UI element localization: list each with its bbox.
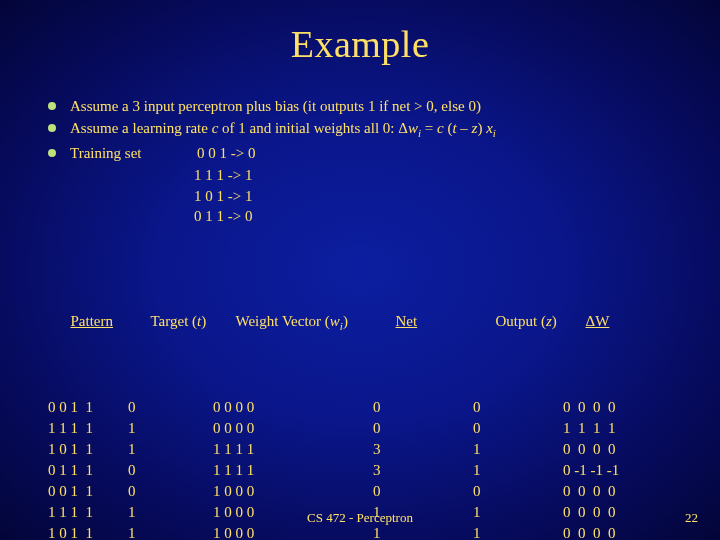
- cell-weight-vector: 0 0 0 0: [213, 418, 373, 439]
- cell-output: 1: [473, 460, 563, 481]
- cell-delta-w: 0 0 0 0: [563, 481, 616, 502]
- table-row: 0 0 1 100 0 0 0000 0 0 0: [48, 397, 720, 418]
- bullet-icon: [48, 102, 56, 110]
- col-header-delta-w: ΔW: [586, 311, 610, 332]
- cell-output: 1: [473, 439, 563, 460]
- table-row: 1 0 1 111 1 1 1310 0 0 0: [48, 439, 720, 460]
- text: ): [552, 311, 557, 332]
- table-header-row: PatternTarget (t)Weight Vector (wi)NetOu…: [48, 290, 720, 355]
- bullet-item: Assume a learning rate c of 1 and initia…: [48, 118, 690, 141]
- cell-target: 0: [128, 397, 213, 418]
- cell-pattern: 0 0 1 1: [48, 481, 128, 502]
- var-x: x: [486, 120, 493, 136]
- bullet-text: Assume a learning rate c of 1 and initia…: [70, 118, 690, 141]
- bullet-item: Training set 0 0 1 -> 0: [48, 143, 690, 163]
- col-header-output: Output (z): [496, 311, 586, 332]
- var-c: c: [437, 120, 444, 136]
- text: Output (: [496, 311, 546, 332]
- cell-output: 0: [473, 418, 563, 439]
- cell-net: 3: [373, 439, 473, 460]
- bullet-text: Assume a 3 input perceptron plus bias (i…: [70, 96, 690, 116]
- cell-delta-w: 0 0 0 0: [563, 397, 616, 418]
- var-w: w: [330, 311, 340, 332]
- col-header-net: Net: [396, 311, 496, 332]
- bullet-item: Assume a 3 input perceptron plus bias (i…: [48, 96, 690, 116]
- cell-net: 0: [373, 397, 473, 418]
- cell-output: 0: [473, 397, 563, 418]
- cell-pattern: 0 1 1 1: [48, 460, 128, 481]
- training-row: 0 0 1 -> 0: [197, 145, 255, 161]
- text: Assume a learning rate: [70, 120, 212, 136]
- cell-net: 0: [373, 418, 473, 439]
- cell-target: 0: [128, 481, 213, 502]
- text: –: [457, 120, 472, 136]
- cell-pattern: 1 0 1 1: [48, 439, 128, 460]
- cell-weight-vector: 0 0 0 0: [213, 397, 373, 418]
- training-table: PatternTarget (t)Weight Vector (wi)NetOu…: [48, 248, 720, 540]
- var-w: w: [408, 120, 418, 136]
- bullet-list: Assume a 3 input perceptron plus bias (i…: [48, 96, 690, 226]
- text: Weight Vector (: [236, 311, 330, 332]
- table-row: 0 0 1 101 0 0 0000 0 0 0: [48, 481, 720, 502]
- training-set: 1 1 1 -> 1 1 0 1 -> 1 0 1 1 -> 0: [118, 165, 690, 226]
- col-header-weight-vector: Weight Vector (wi): [236, 311, 396, 334]
- training-row: 1 1 1 -> 1: [194, 165, 690, 185]
- cell-delta-w: 0 0 0 0: [563, 439, 616, 460]
- footer-page-number: 22: [685, 510, 698, 526]
- table-row: 1 1 1 110 0 0 0001 1 1 1: [48, 418, 720, 439]
- cell-pattern: 1 1 1 1: [48, 418, 128, 439]
- cell-pattern: 0 0 1 1: [48, 397, 128, 418]
- text: =: [421, 120, 437, 136]
- col-header-pattern: Pattern: [71, 311, 151, 332]
- bullet-icon: [48, 124, 56, 132]
- cell-weight-vector: 1 0 0 0: [213, 481, 373, 502]
- footer-course: CS 472 - Perceptron: [0, 510, 720, 526]
- text: Target (: [151, 311, 198, 332]
- cell-weight-vector: 1 1 1 1: [213, 439, 373, 460]
- subscript-i: i: [493, 127, 496, 139]
- text: ): [343, 311, 348, 332]
- training-row: 0 1 1 -> 0: [194, 206, 690, 226]
- cell-weight-vector: 1 1 1 1: [213, 460, 373, 481]
- cell-target: 0: [128, 460, 213, 481]
- cell-target: 1: [128, 418, 213, 439]
- table-row: 0 1 1 101 1 1 1310 -1 -1 -1: [48, 460, 720, 481]
- cell-net: 3: [373, 460, 473, 481]
- training-row: 1 0 1 -> 1: [194, 186, 690, 206]
- col-header-target: Target (t): [151, 311, 236, 332]
- cell-output: 0: [473, 481, 563, 502]
- text: Training set: [70, 145, 142, 161]
- slide: Example Assume a 3 input perceptron plus…: [0, 0, 720, 540]
- bullet-icon: [48, 149, 56, 157]
- cell-net: 0: [373, 481, 473, 502]
- slide-title: Example: [0, 0, 720, 66]
- cell-delta-w: 0 -1 -1 -1: [563, 460, 619, 481]
- bullet-text: Training set 0 0 1 -> 0: [70, 143, 690, 163]
- text: ): [477, 120, 486, 136]
- text: ): [201, 311, 206, 332]
- text: of 1 and initial weights all 0: Δ: [218, 120, 408, 136]
- cell-delta-w: 1 1 1 1: [563, 418, 616, 439]
- cell-target: 1: [128, 439, 213, 460]
